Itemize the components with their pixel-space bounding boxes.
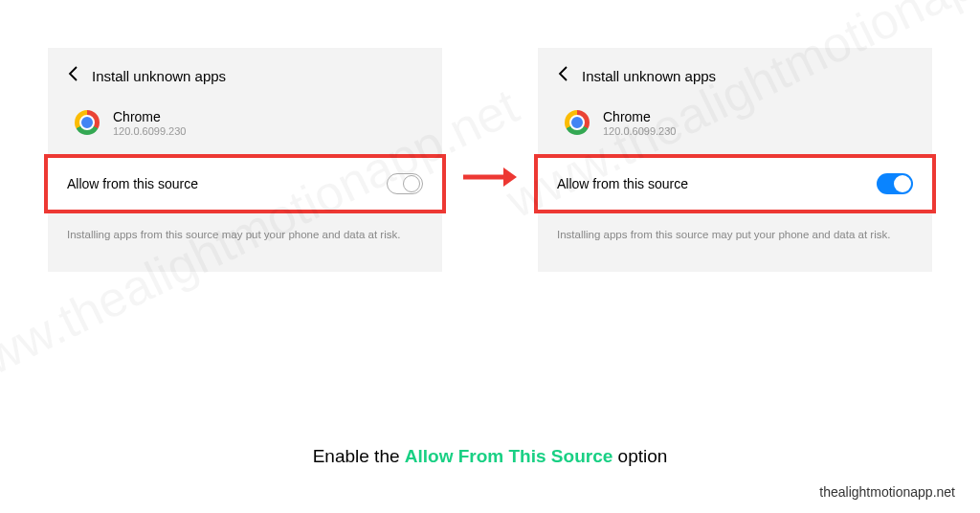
app-name: Chrome [603, 108, 676, 125]
credit-text: thealightmotionapp.net [819, 484, 955, 500]
page-title: Install unknown apps [582, 68, 716, 84]
comparison-container: Install unknown apps Chrome 120.0.6099.2… [0, 0, 980, 272]
allow-source-row[interactable]: Allow from this source [44, 154, 446, 213]
warning-text: Installing apps from this source may put… [48, 213, 442, 243]
allow-source-row[interactable]: Allow from this source [534, 154, 936, 213]
back-icon[interactable] [67, 65, 78, 87]
settings-panel-after: Install unknown apps Chrome 120.0.6099.2… [538, 48, 932, 272]
chrome-icon [75, 110, 100, 135]
app-version: 120.0.6099.230 [113, 125, 186, 137]
warning-text: Installing apps from this source may put… [538, 213, 932, 243]
app-info-row: Chrome 120.0.6099.230 [48, 104, 442, 154]
chrome-icon [565, 110, 590, 135]
panel-header: Install unknown apps [48, 65, 442, 104]
panel-header: Install unknown apps [538, 65, 932, 104]
app-version: 120.0.6099.230 [603, 125, 676, 137]
page-title: Install unknown apps [92, 68, 226, 84]
instruction-caption: Enable the Allow From This Source option [0, 446, 980, 467]
toggle-label: Allow from this source [67, 176, 198, 191]
back-icon[interactable] [557, 65, 568, 87]
toggle-label: Allow from this source [557, 176, 688, 191]
arrow-right-icon [461, 157, 519, 197]
settings-panel-before: Install unknown apps Chrome 120.0.6099.2… [48, 48, 442, 272]
app-name: Chrome [113, 108, 186, 125]
toggle-switch-off[interactable] [387, 173, 423, 194]
toggle-switch-on[interactable] [877, 173, 913, 194]
app-info-row: Chrome 120.0.6099.230 [538, 104, 932, 154]
